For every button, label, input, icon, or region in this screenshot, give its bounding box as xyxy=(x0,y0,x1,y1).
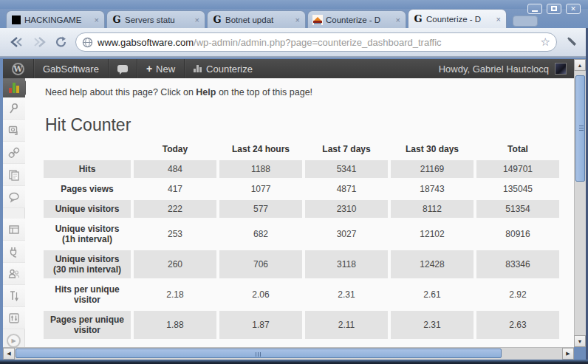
counterize-bars-icon xyxy=(9,83,19,93)
bookmark-star-icon[interactable]: ☆ xyxy=(541,35,550,49)
stat-value: 2.31 xyxy=(391,311,474,339)
sidebar-item-plugins[interactable] xyxy=(3,241,25,263)
window-titlebar[interactable] xyxy=(0,0,588,9)
column-header: Last 7 days xyxy=(305,140,388,158)
minimize-button[interactable] xyxy=(527,4,542,14)
wp-logo-menu[interactable]: W xyxy=(3,59,34,78)
site-name-label: GabSoftware xyxy=(43,63,99,75)
counterize-label: Counterize xyxy=(206,63,253,75)
sidebar-item-users[interactable] xyxy=(3,263,25,285)
sidebar-item-appearance[interactable] xyxy=(3,219,25,241)
corner-cell xyxy=(44,140,131,158)
url-domain: www.gabsoftware.com xyxy=(98,37,194,48)
site-name-menu[interactable]: GabSoftware xyxy=(34,59,109,78)
row-label: Pages views xyxy=(44,180,131,198)
globe-icon xyxy=(82,37,93,48)
user-avatar[interactable] xyxy=(555,63,567,75)
scroll-left-button[interactable]: ◀ xyxy=(3,348,15,360)
stats-table-body: Hits4841188534121169149701Pages views417… xyxy=(44,160,559,339)
vertical-scroll-thumb[interactable] xyxy=(575,75,585,182)
page-title: Hit Counter xyxy=(45,115,562,135)
sidebar-item-comments[interactable] xyxy=(3,186,25,208)
minimize-icon xyxy=(532,10,538,12)
sidebar-item-links[interactable] xyxy=(3,142,25,164)
table-row: Unique visitors (30 min interval)2607063… xyxy=(44,250,559,278)
address-bar[interactable]: www.gabsoftware.com/wp-admin/admin.php?p… xyxy=(75,32,557,52)
sidebar-item-pages[interactable] xyxy=(3,164,25,186)
tab-close-icon[interactable]: × xyxy=(194,16,200,24)
appearance-icon xyxy=(8,224,20,236)
stat-value: 4871 xyxy=(305,180,388,198)
stat-value: 682 xyxy=(219,220,302,248)
tab-counterize-active[interactable]: G Counterize - D × xyxy=(408,9,507,28)
back-button[interactable] xyxy=(6,32,28,52)
wrench-icon xyxy=(566,35,579,49)
tab-botnet-update[interactable]: G Botnet updat × xyxy=(207,10,306,28)
new-tab-button[interactable] xyxy=(513,16,538,27)
settings-icon xyxy=(8,312,20,324)
column-header: Today xyxy=(134,140,216,158)
sidebar-item-counterize[interactable] xyxy=(3,78,25,97)
url-text[interactable]: www.gabsoftware.com/wp-admin/admin.php?p… xyxy=(98,37,541,48)
scroll-down-button[interactable]: ▼ xyxy=(574,335,586,347)
wp-admin-sidebar: ▶ xyxy=(3,78,25,347)
tab-servers-status[interactable]: G Servers statu × xyxy=(106,10,205,28)
stat-value: 1.87 xyxy=(219,311,302,339)
media-icon xyxy=(8,125,20,137)
new-content-menu[interactable]: + New xyxy=(137,59,185,78)
scroll-up-button[interactable]: ▲ xyxy=(574,59,586,71)
help-notice: Need help about this page? Click on Help… xyxy=(45,87,562,97)
vertical-scrollbar[interactable]: ▲ ▼ xyxy=(574,59,586,347)
howdy-account-link[interactable]: Howdy, Gabriel Hautclocq xyxy=(439,63,549,75)
color-logo-favicon-icon xyxy=(312,15,323,25)
stat-value: 1077 xyxy=(219,180,302,198)
tab-title: Botnet updat xyxy=(225,16,292,24)
stat-value: 260 xyxy=(134,250,216,278)
tab-close-icon[interactable]: × xyxy=(496,15,502,24)
forward-button[interactable] xyxy=(28,32,50,52)
tab-title: Counterize - D xyxy=(326,16,392,24)
scroll-up-icon: ▲ xyxy=(578,63,583,68)
close-button[interactable]: ✕ xyxy=(566,4,581,14)
row-label: Hits xyxy=(44,160,131,178)
row-label: Hits per unique visitor xyxy=(44,281,131,309)
tab-close-icon[interactable]: × xyxy=(94,16,100,24)
stat-value: 21169 xyxy=(391,160,474,178)
counterize-menu[interactable]: Counterize xyxy=(185,59,261,78)
sidebar-item-posts[interactable] xyxy=(3,97,25,120)
thumb-grip xyxy=(256,352,261,357)
table-row: Unique visitors (1h interval)25368230271… xyxy=(44,220,559,248)
tab-counterize-1[interactable]: Counterize - D × xyxy=(307,10,406,28)
stat-value: 2.61 xyxy=(391,281,474,309)
bar-chart-icon xyxy=(194,65,202,72)
black-square-favicon-icon xyxy=(11,15,21,25)
row-label: Pages per unique visitor xyxy=(44,311,131,339)
settings-menu-button[interactable] xyxy=(563,32,582,52)
link-icon xyxy=(8,147,20,159)
comment-icon xyxy=(8,191,20,203)
scroll-right-button[interactable]: ▶ xyxy=(562,348,574,360)
stat-value: 2.63 xyxy=(476,311,559,339)
sidebar-item-tools[interactable] xyxy=(3,285,25,307)
collapse-menu-button[interactable]: ▶ xyxy=(7,334,21,347)
window-frame-bottom xyxy=(0,360,588,364)
sidebar-item-media[interactable] xyxy=(3,120,25,142)
stat-value: 18743 xyxy=(391,180,474,198)
tab-hackingame[interactable]: HACKINGAME × xyxy=(6,10,105,28)
column-header: Last 24 hours xyxy=(219,140,302,158)
tab-close-icon[interactable]: × xyxy=(295,16,301,24)
wp-admin-bar: W GabSoftware + New Counterize Howdy, Ga… xyxy=(3,59,574,78)
sidebar-item-settings[interactable] xyxy=(3,307,25,329)
reload-button[interactable] xyxy=(50,32,72,52)
collapse-arrow-icon: ▶ xyxy=(11,337,16,344)
help-bold: Help xyxy=(196,87,216,97)
stat-value: 3027 xyxy=(305,220,388,248)
maximize-button[interactable] xyxy=(547,4,561,14)
reload-icon xyxy=(55,35,68,49)
horizontal-scroll-thumb[interactable] xyxy=(16,348,502,358)
horizontal-scrollbar[interactable]: ◀ ▶ xyxy=(3,347,574,360)
tab-close-icon[interactable]: × xyxy=(395,16,401,24)
pushpin-icon xyxy=(8,103,20,114)
comments-menu[interactable] xyxy=(109,59,137,78)
scroll-left-icon: ◀ xyxy=(7,351,10,357)
